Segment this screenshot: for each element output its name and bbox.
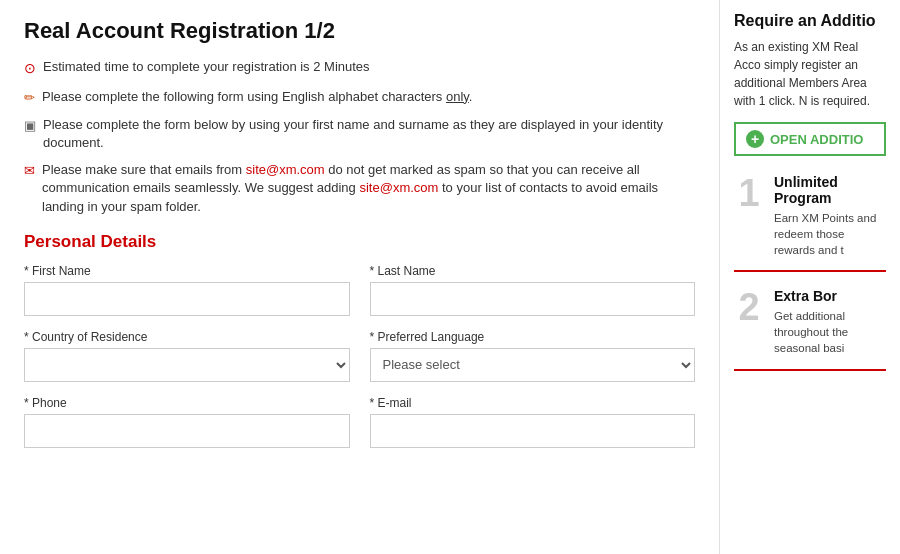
language-group: * Preferred Language Please select	[370, 330, 696, 382]
promo-item-2: 2 Extra Bor Get additional throughout th…	[734, 288, 886, 370]
sidebar-description: As an existing XM Real Acco simply regis…	[734, 38, 886, 110]
promo-title-1: Unlimited Program	[774, 174, 886, 206]
name-row: * First Name * Last Name	[24, 264, 695, 316]
clock-icon: ⊙	[24, 59, 36, 79]
phone-label: * Phone	[24, 396, 350, 410]
last-name-label: * Last Name	[370, 264, 696, 278]
page-title: Real Account Registration 1/2	[24, 18, 695, 44]
language-label: * Preferred Language	[370, 330, 696, 344]
promo-text-1: Earn XM Points and redeem those rewards …	[774, 210, 886, 258]
phone-group: * Phone	[24, 396, 350, 448]
first-name-group: * First Name	[24, 264, 350, 316]
email-link-2[interactable]: site@xm.com	[359, 180, 438, 195]
promo-content-2: Extra Bor Get additional throughout the …	[774, 288, 886, 356]
promo-text-2: Get additional throughout the seasonal b…	[774, 308, 886, 356]
phone-email-row: * Phone * E-mail	[24, 396, 695, 448]
main-content: Real Account Registration 1/2 ⊙ Estimate…	[0, 0, 720, 554]
notice-alphabet: ✏ Please complete the following form usi…	[24, 88, 695, 107]
country-language-row: * Country of Residence * Preferred Langu…	[24, 330, 695, 382]
sidebar: Require an Additio As an existing XM Rea…	[720, 0, 900, 554]
notice-identity: ▣ Please complete the form below by usin…	[24, 116, 695, 152]
email-group: * E-mail	[370, 396, 696, 448]
notice-email: ✉ Please make sure that emails from site…	[24, 161, 695, 216]
sidebar-title: Require an Additio	[734, 12, 886, 30]
country-select[interactable]	[24, 348, 350, 382]
email-label: * E-mail	[370, 396, 696, 410]
email-icon: ✉	[24, 162, 35, 180]
notice-time: ⊙ Estimated time to complete your regist…	[24, 58, 695, 79]
email-link-1[interactable]: site@xm.com	[246, 162, 325, 177]
country-group: * Country of Residence	[24, 330, 350, 382]
first-name-input[interactable]	[24, 282, 350, 316]
id-icon: ▣	[24, 117, 36, 135]
phone-input[interactable]	[24, 414, 350, 448]
promo-number-2: 2	[734, 288, 764, 326]
promo-number-1: 1	[734, 174, 764, 212]
last-name-input[interactable]	[370, 282, 696, 316]
last-name-group: * Last Name	[370, 264, 696, 316]
language-select[interactable]: Please select	[370, 348, 696, 382]
promo-content-1: Unlimited Program Earn XM Points and red…	[774, 174, 886, 258]
open-additional-button[interactable]: + OPEN ADDITIO	[734, 122, 886, 156]
promo-title-2: Extra Bor	[774, 288, 886, 304]
country-label: * Country of Residence	[24, 330, 350, 344]
section-title: Personal Details	[24, 232, 695, 252]
first-name-label: * First Name	[24, 264, 350, 278]
pencil-icon: ✏	[24, 89, 35, 107]
open-additional-label: OPEN ADDITIO	[770, 132, 863, 147]
plus-icon: +	[746, 130, 764, 148]
promo-item-1: 1 Unlimited Program Earn XM Points and r…	[734, 174, 886, 272]
email-input[interactable]	[370, 414, 696, 448]
